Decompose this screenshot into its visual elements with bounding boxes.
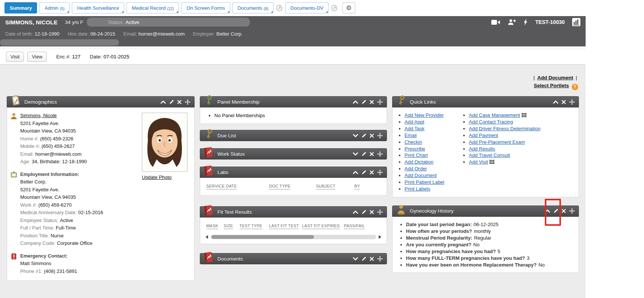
quick-link[interactable]: Prescribe xyxy=(405,146,425,152)
column-header[interactable]: PASS/FAIL xyxy=(344,224,365,229)
move-icon[interactable] xyxy=(377,256,383,262)
move-icon[interactable] xyxy=(377,151,383,157)
close-icon[interactable] xyxy=(562,100,566,104)
column-header[interactable]: SERVICE DATE xyxy=(206,184,237,189)
move-icon[interactable] xyxy=(377,170,383,175)
close-icon[interactable] xyxy=(370,100,374,104)
portlet-header[interactable]: Quick Links xyxy=(392,96,579,107)
quick-link[interactable]: Print Patient Label xyxy=(405,179,444,185)
quick-link[interactable]: Print Labels xyxy=(405,186,430,192)
portlet-header[interactable]: Fit Test Results xyxy=(200,206,387,218)
edit-icon[interactable] xyxy=(361,170,366,175)
collapse-icon[interactable] xyxy=(161,100,166,104)
quick-link[interactable]: Add Results xyxy=(469,146,495,152)
column-header[interactable]: SIZE xyxy=(224,224,233,229)
column-header[interactable]: BY xyxy=(354,184,360,189)
scroll-right-arrow[interactable] xyxy=(379,235,381,239)
quick-link[interactable]: Add Dictation xyxy=(405,159,433,165)
tab-summary[interactable]: Summary xyxy=(4,2,37,13)
scroll-track[interactable] xyxy=(0,39,119,46)
popout-icon[interactable] xyxy=(331,5,338,11)
quick-link[interactable]: Add Task xyxy=(405,126,424,131)
column-header[interactable]: MASK xyxy=(206,224,218,229)
quick-link[interactable]: Email xyxy=(405,133,417,138)
close-icon[interactable] xyxy=(370,210,374,214)
quick-link[interactable]: Add Document xyxy=(405,173,437,178)
edit-icon[interactable] xyxy=(169,100,174,104)
add-person-icon[interactable] xyxy=(508,19,516,25)
portlet-header[interactable]: Panel Membership xyxy=(200,96,387,107)
column-header[interactable]: LAST FIT TEST xyxy=(269,224,299,229)
quick-link[interactable]: Add Order xyxy=(405,166,427,171)
column-header[interactable]: DOC TYPE xyxy=(269,184,291,189)
close-icon[interactable] xyxy=(370,134,374,138)
close-icon[interactable] xyxy=(562,209,566,213)
move-icon[interactable] xyxy=(377,99,383,105)
edit-icon[interactable] xyxy=(361,210,366,215)
quick-link[interactable]: Add Pre-Placement Exam xyxy=(469,139,525,145)
settings-gear-button[interactable]: ⚙ xyxy=(342,2,355,13)
column-header[interactable]: SUBJECT xyxy=(316,184,336,189)
tab-medical-record[interactable]: Medical Record (12) xyxy=(126,2,179,13)
edit-icon[interactable] xyxy=(361,133,366,138)
select-portlets-link[interactable]: Select Portlets xyxy=(534,83,569,88)
tab-documents-dv[interactable]: Documents-DV xyxy=(285,2,329,13)
help-icon[interactable]: ? xyxy=(572,84,578,90)
horizontal-scrollbar[interactable] xyxy=(205,235,381,239)
move-icon[interactable] xyxy=(569,208,575,214)
expand-icon[interactable] xyxy=(353,134,358,137)
portlet-header[interactable]: Documents xyxy=(200,253,387,264)
table-column: DOC TYPE xyxy=(269,183,316,189)
move-icon[interactable] xyxy=(377,133,383,139)
chart-icon[interactable] xyxy=(572,18,580,26)
quick-link[interactable]: Add Payment xyxy=(469,133,498,138)
update-photo-link[interactable]: Update Photo xyxy=(142,174,172,180)
tab-on-screen-forms[interactable]: On Screen Forms xyxy=(181,2,230,13)
move-icon[interactable] xyxy=(185,99,190,105)
quick-link[interactable]: Add Appt xyxy=(405,119,424,125)
video-camera-icon[interactable] xyxy=(491,19,500,25)
move-icon[interactable] xyxy=(377,209,383,215)
quick-link[interactable]: Checkin xyxy=(405,139,422,145)
expand-icon[interactable] xyxy=(353,152,358,156)
quick-link[interactable]: Add New Provider xyxy=(405,112,444,118)
column-header[interactable]: LAST FIT EXPIRES xyxy=(302,224,340,229)
portlet-header[interactable]: Due List xyxy=(200,130,387,141)
add-document-link[interactable]: Add Document xyxy=(537,75,573,80)
close-icon[interactable] xyxy=(177,100,181,104)
edit-icon[interactable] xyxy=(361,152,366,156)
close-icon[interactable] xyxy=(370,170,374,174)
quick-link[interactable]: Add Travel Consult xyxy=(469,152,510,158)
quick-link[interactable]: Add Case Management xyxy=(469,112,520,118)
quick-link[interactable]: Print Chart xyxy=(405,152,428,158)
collapse-icon[interactable] xyxy=(353,171,358,174)
popout-icon[interactable] xyxy=(276,5,283,11)
scrollbar-thumb[interactable] xyxy=(211,235,314,239)
portlet-header[interactable]: Work Status xyxy=(200,148,387,159)
move-icon[interactable] xyxy=(569,99,575,105)
column-header[interactable]: TEST TYPE xyxy=(239,224,262,229)
edit-icon[interactable] xyxy=(361,256,366,261)
quick-link[interactable]: Add Driver Fitness Determination xyxy=(469,126,540,131)
view-button[interactable]: View xyxy=(27,52,47,62)
close-icon[interactable] xyxy=(370,257,374,261)
tab-documents[interactable]: Documents (8) xyxy=(232,2,274,13)
quick-link[interactable]: Add Contact Tracing xyxy=(469,119,513,125)
collapse-icon[interactable] xyxy=(353,210,358,214)
visit-button[interactable]: Visit xyxy=(6,52,24,62)
collapse-icon[interactable] xyxy=(353,100,358,104)
scrollbar-track[interactable] xyxy=(211,235,376,239)
patient-name-link[interactable]: Simmons, Nicole xyxy=(20,113,57,118)
tab-health-surveillance[interactable]: Health Surveillance xyxy=(72,2,124,13)
close-icon[interactable] xyxy=(370,152,374,156)
portlet-header[interactable]: Demographics xyxy=(7,96,195,107)
tab-admin[interactable]: Admin (5) xyxy=(39,2,70,13)
portlet-header[interactable]: Labs xyxy=(200,167,387,178)
collapse-icon[interactable] xyxy=(553,100,558,104)
expand-icon[interactable] xyxy=(353,257,358,261)
quick-link[interactable]: Add Visit xyxy=(469,159,488,165)
edit-icon[interactable] xyxy=(361,100,366,104)
scroll-left-arrow[interactable] xyxy=(205,235,208,239)
line-label: Mobile #: xyxy=(20,143,40,149)
lightning-icon[interactable] xyxy=(524,19,528,25)
